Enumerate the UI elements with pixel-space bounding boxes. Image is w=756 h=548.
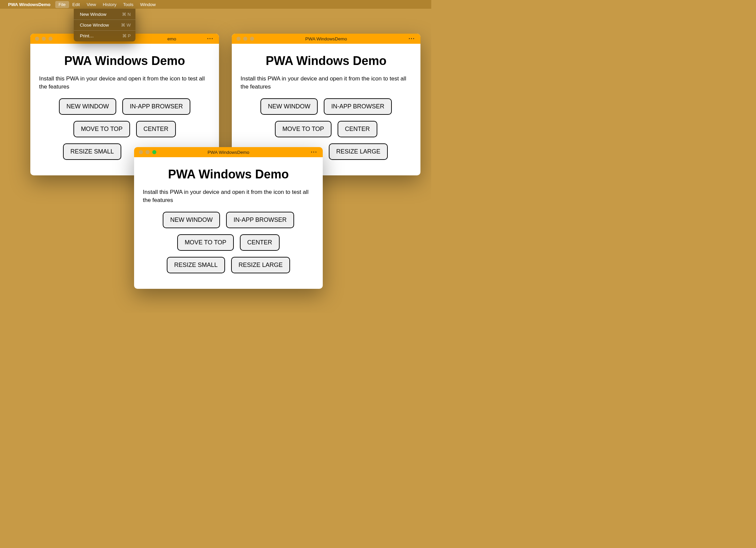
menu-item-print[interactable]: Print… ⌘ P [74,32,135,40]
move-to-top-button[interactable]: MOVE TO TOP [275,121,332,137]
close-traffic-light-icon[interactable] [35,37,39,41]
resize-large-button[interactable]: RESIZE LARGE [231,257,290,273]
zoom-traffic-light-icon[interactable] [49,37,53,41]
center-button[interactable]: CENTER [240,234,280,251]
page-description: Install this PWA in your device and open… [143,188,314,204]
resize-large-button[interactable]: RESIZE LARGE [329,143,388,160]
traffic-lights [35,37,53,41]
menubar-app-name[interactable]: PWA WindowsDemo [8,2,51,7]
window-more-icon[interactable]: ··· [311,149,317,155]
resize-small-button[interactable]: RESIZE SMALL [167,257,225,273]
menu-item-label: Print… [80,33,94,38]
menu-item-label: New Window [80,12,106,17]
menu-item-shortcut: ⌘ N [122,12,131,17]
page-title: PWA Windows Demo [39,54,210,68]
traffic-lights [139,150,156,154]
traffic-lights [237,37,254,41]
menu-file[interactable]: File [55,1,69,8]
page-description: Install this PWA in your device and open… [39,75,210,91]
in-app-browser-button[interactable]: IN-APP BROWSER [122,98,190,115]
new-window-button[interactable]: NEW WINDOW [59,98,116,115]
system-menubar: PWA WindowsDemo File Edit View History T… [0,0,431,9]
page-description: Install this PWA in your device and open… [241,75,412,91]
in-app-browser-button[interactable]: IN-APP BROWSER [226,212,294,228]
menu-separator [74,30,135,31]
menu-history[interactable]: History [99,1,120,8]
menu-tools[interactable]: Tools [120,1,137,8]
menu-window[interactable]: Window [137,1,159,8]
close-traffic-light-icon[interactable] [237,37,241,41]
page-title: PWA Windows Demo [241,54,412,68]
new-window-button[interactable]: NEW WINDOW [260,98,318,115]
move-to-top-button[interactable]: MOVE TO TOP [73,121,130,137]
page-title: PWA Windows Demo [143,167,314,181]
menu-item-close-window[interactable]: Close Window ⌘ W [74,21,135,29]
window-title: PWA WindowsDemo [237,36,416,41]
minimize-traffic-light-icon[interactable] [146,150,150,154]
pwa-window-3[interactable]: PWA WindowsDemo ··· PWA Windows Demo Ins… [134,147,323,289]
zoom-traffic-light-icon[interactable] [152,150,156,154]
minimize-traffic-light-icon[interactable] [42,37,46,41]
menu-edit[interactable]: Edit [69,1,83,8]
window-titlebar[interactable]: PWA WindowsDemo ··· [232,34,420,44]
new-window-button[interactable]: NEW WINDOW [163,212,220,228]
menu-separator [74,20,135,20]
window-more-icon[interactable]: ··· [207,36,214,42]
move-to-top-button[interactable]: MOVE TO TOP [177,234,234,251]
menu-item-shortcut: ⌘ P [122,33,131,38]
window-title: PWA WindowsDemo [139,150,318,155]
menu-view[interactable]: View [83,1,99,8]
window-content: PWA Windows Demo Install this PWA in you… [134,157,323,289]
menu-item-shortcut: ⌘ W [121,23,131,28]
zoom-traffic-light-icon[interactable] [250,37,254,41]
minimize-traffic-light-icon[interactable] [243,37,247,41]
center-button[interactable]: CENTER [136,121,176,137]
window-titlebar[interactable]: PWA WindowsDemo ··· [134,147,323,157]
window-more-icon[interactable]: ··· [409,36,415,42]
file-dropdown-menu: New Window ⌘ N Close Window ⌘ W Print… ⌘… [74,9,135,41]
menu-item-label: Close Window [80,23,109,28]
menu-item-new-window[interactable]: New Window ⌘ N [74,10,135,19]
in-app-browser-button[interactable]: IN-APP BROWSER [324,98,392,115]
close-traffic-light-icon[interactable] [139,150,143,154]
center-button[interactable]: CENTER [338,121,377,137]
resize-small-button[interactable]: RESIZE SMALL [63,143,121,160]
